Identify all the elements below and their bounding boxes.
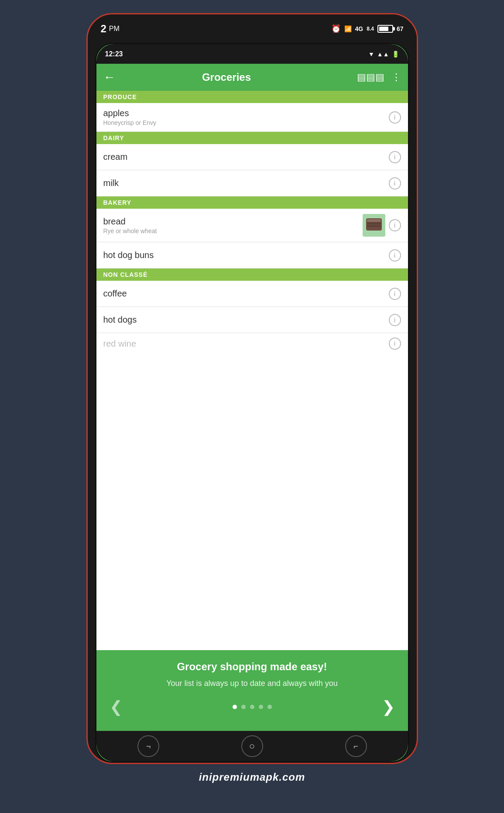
bottom-nav: ⌐ ○ ⌐ <box>96 731 408 761</box>
app-title: Groceries <box>123 71 331 83</box>
info-button[interactable]: i <box>389 314 401 326</box>
info-button[interactable]: i <box>389 288 401 300</box>
inner-phone: 12:23 ▼ ▲▲ 🔋 ← Groceries ▤▤▤ ⋮ PRODUCE a… <box>95 43 409 763</box>
os-status-bar: 2 PM ⏰ 📶 4G 8.4 67 <box>88 14 417 43</box>
app-header: ← Groceries ▤▤▤ ⋮ <box>96 64 408 91</box>
item-content: milk <box>103 178 389 188</box>
os-icons: ⏰ 📶 4G 8.4 67 <box>331 24 404 34</box>
dot-4 <box>259 705 263 709</box>
more-options-icon[interactable]: ⋮ <box>391 72 401 83</box>
list-item[interactable]: apples Honeycrisp or Envy i <box>96 103 408 132</box>
list-item[interactable]: hot dogs i <box>96 307 408 333</box>
dot-1 <box>233 705 237 709</box>
list-item[interactable]: coffee i <box>96 281 408 307</box>
section-produce: PRODUCE <box>96 91 408 103</box>
svg-rect-4 <box>367 225 381 227</box>
item-name: cream <box>103 152 389 162</box>
recent-nav-button[interactable]: ⌐ <box>345 735 367 757</box>
info-button[interactable]: i <box>389 151 401 163</box>
list-item[interactable]: bread Rye or whole wheat i <box>96 209 408 242</box>
battery-percent: 67 <box>397 25 404 32</box>
item-name: apples <box>103 108 389 118</box>
info-button[interactable]: i <box>389 111 401 124</box>
dot-5 <box>267 705 272 709</box>
header-icons: ▤▤▤ ⋮ <box>357 72 401 83</box>
inner-signal-icon: ▲▲ <box>377 51 389 58</box>
item-note: Rye or whole wheat <box>103 227 363 234</box>
network-icon: 4G <box>355 25 363 32</box>
os-time: 2 <box>101 23 106 35</box>
item-content: apples Honeycrisp or Envy <box>103 108 389 126</box>
inner-time: 12:23 <box>105 50 123 58</box>
outer-phone: 2 PM ⏰ 📶 4G 8.4 67 SKIP 12:23 ▼ ▲▲ 🔋 ← <box>86 13 418 764</box>
signal-icon: 📶 <box>344 25 352 32</box>
list-item[interactable]: cream i <box>96 144 408 170</box>
home-nav-button[interactable]: ○ <box>241 735 263 757</box>
inner-icons: ▼ ▲▲ 🔋 <box>368 51 399 58</box>
section-dairy: DAIRY <box>96 132 408 144</box>
speed-icon: 8.4 <box>367 26 374 32</box>
section-nonclasse: NON CLASSÉ <box>96 269 408 281</box>
list-container: PRODUCE apples Honeycrisp or Envy i DAIR… <box>96 91 408 650</box>
pagination-dots <box>233 705 272 709</box>
back-nav-button[interactable]: ⌐ <box>137 735 159 757</box>
dot-2 <box>241 705 246 709</box>
item-content: hot dogs <box>103 315 389 325</box>
svg-rect-2 <box>367 219 381 222</box>
section-bakery: BAKERY <box>96 196 408 209</box>
inner-status-bar: 12:23 ▼ ▲▲ 🔋 <box>96 44 408 64</box>
barcode-icon[interactable]: ▤▤▤ <box>357 72 384 83</box>
item-content: red wine <box>103 339 389 349</box>
item-note: Honeycrisp or Envy <box>103 119 389 126</box>
item-name: hot dog buns <box>103 250 389 260</box>
svg-rect-3 <box>367 223 381 224</box>
item-name: red wine <box>103 339 389 349</box>
list-item-partial: red wine i <box>96 333 408 354</box>
next-button[interactable]: ❯ <box>382 698 395 716</box>
item-name: milk <box>103 178 389 188</box>
back-button[interactable]: ← <box>103 70 116 84</box>
item-thumbnail <box>363 214 385 237</box>
list-item[interactable]: hot dog buns i <box>96 242 408 269</box>
list-item[interactable]: milk i <box>96 170 408 196</box>
inner-wifi-icon: ▼ <box>368 51 374 58</box>
info-button[interactable]: i <box>389 219 401 231</box>
item-name: hot dogs <box>103 315 389 325</box>
website-footer: inipremiumapk.com <box>199 771 305 783</box>
nav-row: ❮ ❯ <box>105 698 399 716</box>
promo-title: Grocery shopping made easy! <box>177 661 327 673</box>
item-content: hot dog buns <box>103 250 389 260</box>
prev-button[interactable]: ❮ <box>110 698 123 716</box>
item-name: coffee <box>103 289 389 299</box>
battery-indicator <box>377 25 393 33</box>
alarm-icon: ⏰ <box>331 24 341 34</box>
os-pm: PM <box>109 25 120 33</box>
info-button[interactable]: i <box>389 338 401 350</box>
inner-battery-icon: 🔋 <box>392 51 399 58</box>
promo-section: Grocery shopping made easy! Your list is… <box>96 650 408 731</box>
item-name: bread <box>103 217 363 227</box>
item-content: bread Rye or whole wheat <box>103 217 363 234</box>
info-button[interactable]: i <box>389 177 401 189</box>
info-button[interactable]: i <box>389 249 401 262</box>
dot-3 <box>250 705 254 709</box>
item-content: coffee <box>103 289 389 299</box>
promo-subtitle: Your list is always up to date and alway… <box>166 678 338 689</box>
item-content: cream <box>103 152 389 162</box>
